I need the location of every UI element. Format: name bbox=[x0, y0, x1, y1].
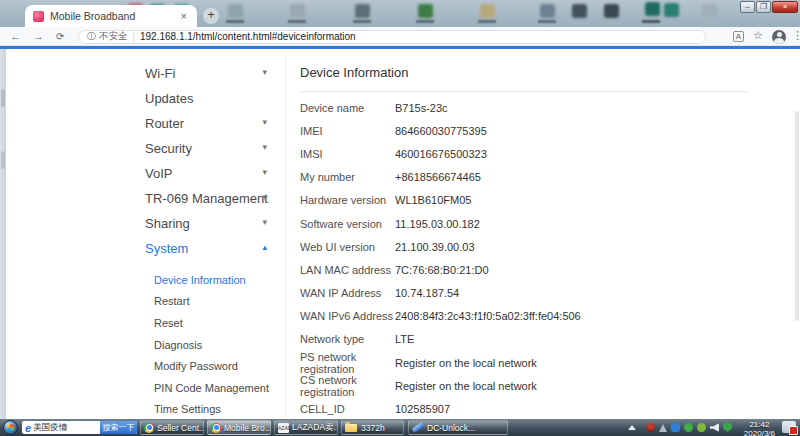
taskbar-item-dc-unlocker[interactable]: DC-Unlock... bbox=[408, 420, 508, 435]
new-tab-button[interactable]: + bbox=[203, 8, 219, 24]
search-band-text[interactable]: 美国疫情 bbox=[33, 422, 67, 434]
tray-volume-icon[interactable] bbox=[710, 423, 719, 432]
taskbar-item-label: DC-Unlock... bbox=[427, 423, 475, 433]
bookmark-star-icon[interactable]: ☆ bbox=[753, 29, 763, 42]
info-row: IMSI460016676500323 bbox=[300, 142, 748, 165]
taskbar-item-mobile-broadband[interactable]: Mobile Bro... bbox=[207, 420, 271, 435]
info-label: My number bbox=[300, 171, 395, 183]
info-value: B715s-23c bbox=[395, 102, 448, 114]
page-scrollbar[interactable] bbox=[795, 111, 799, 321]
chrome-icon bbox=[211, 423, 221, 433]
page-title: Device Information bbox=[300, 49, 748, 80]
submenu-item-reset[interactable]: Reset bbox=[145, 312, 285, 334]
clock-date: 2020/3/6 bbox=[744, 430, 775, 436]
sidebar-item-security[interactable]: Security ▾ bbox=[145, 136, 285, 161]
submenu-item-diagnosis[interactable]: Diagnosis bbox=[145, 334, 285, 356]
browser-menu-icon[interactable]: ⋮ bbox=[792, 29, 800, 42]
taskbar-clock[interactable]: 21:42 2020/3/6 bbox=[744, 421, 775, 436]
info-value: WL1B610FM05 bbox=[395, 194, 471, 206]
sidebar-item-label: TR-069 Management bbox=[145, 191, 268, 206]
reload-icon[interactable]: ⟳ bbox=[56, 29, 64, 44]
info-label: Network type bbox=[300, 333, 395, 345]
sidebar-item-wifi[interactable]: Wi-Fi ▾ bbox=[145, 61, 285, 86]
notification-icon[interactable] bbox=[782, 421, 796, 433]
taskbar-item-folder-3372h[interactable]: 3372h bbox=[341, 420, 404, 435]
sidebar-item-system[interactable]: System ▴ bbox=[145, 236, 285, 261]
info-value: 460016676500323 bbox=[395, 148, 487, 160]
info-row: WAN IP Address10.74.187.54 bbox=[300, 282, 748, 305]
sidebar-item-updates[interactable]: Updates bbox=[145, 86, 285, 111]
info-label: WAN IPv6 Address bbox=[300, 310, 395, 322]
tray-network-icon[interactable] bbox=[684, 423, 693, 432]
submenu-item-restart[interactable]: Restart bbox=[145, 291, 285, 313]
info-row: Web UI version21.100.39.00.03 bbox=[300, 235, 748, 258]
translate-icon[interactable]: A bbox=[733, 31, 744, 42]
taskbar-search-band[interactable]: e 美国疫情 搜索一下 bbox=[22, 421, 137, 434]
screen: – ❐ × Mobile Broadband × + ← → ⟳ ⓘ 不安全 |… bbox=[0, 0, 800, 436]
window-minimize-button[interactable]: – bbox=[740, 1, 755, 13]
info-label: Web UI version bbox=[300, 241, 395, 253]
chevron-up-icon: ▴ bbox=[262, 242, 267, 252]
show-hidden-icons-icon[interactable] bbox=[628, 425, 636, 430]
sidebar-item-label: Security bbox=[145, 141, 192, 156]
sidebar-item-sharing[interactable]: Sharing ▾ bbox=[145, 211, 285, 236]
sidebar-item-voip[interactable]: VoIP ▾ bbox=[145, 161, 285, 186]
omnibox-separator: | bbox=[133, 31, 135, 42]
browser-toolbar: ← → ⟳ ⓘ 不安全 | 192.168.1.1/html/content.h… bbox=[0, 27, 800, 46]
submenu-item-modify-password[interactable]: Modify Password bbox=[145, 355, 285, 377]
address-bar[interactable]: ⓘ 不安全 | 192.168.1.1/html/content.html#de… bbox=[78, 30, 706, 44]
taskbar-item-seller-center[interactable]: Seller Cent... bbox=[140, 420, 204, 435]
sidebar-item-label: Router bbox=[145, 116, 184, 131]
forward-icon[interactable]: → bbox=[33, 29, 44, 44]
submenu-item-device-information[interactable]: Device Information bbox=[145, 269, 285, 291]
sidebar-item-label: Wi-Fi bbox=[145, 66, 175, 81]
tray-signal-icon[interactable] bbox=[659, 424, 667, 432]
info-icon[interactable]: ⓘ bbox=[87, 30, 96, 43]
search-button[interactable]: 搜索一下 bbox=[100, 421, 137, 434]
url-text: 192.168.1.1/html/content.html#deviceinfo… bbox=[140, 31, 356, 42]
chevron-down-icon: ▾ bbox=[262, 217, 267, 227]
info-label: IMEI bbox=[300, 125, 395, 137]
info-label: LAN MAC address bbox=[300, 264, 395, 276]
sidebar-divider bbox=[285, 55, 286, 419]
chevron-down-icon: ▾ bbox=[262, 117, 267, 127]
tab-close-icon[interactable]: × bbox=[179, 10, 189, 22]
sidebar-item-router[interactable]: Router ▾ bbox=[145, 111, 285, 136]
info-value: 102585907 bbox=[395, 403, 450, 415]
tray-security-icon[interactable] bbox=[723, 423, 732, 432]
taskbar-item-label: Seller Cent... bbox=[157, 423, 204, 433]
ie-icon: e bbox=[25, 422, 31, 434]
site-favicon bbox=[33, 11, 44, 22]
desktop-icon-labels bbox=[0, 0, 18, 3]
taskbar-item-lazada[interactable]: AZAD LAZADA卖... bbox=[274, 420, 338, 435]
chrome-icon bbox=[144, 423, 154, 433]
window-maximize-button[interactable]: ❐ bbox=[756, 1, 771, 13]
back-icon[interactable]: ← bbox=[10, 29, 21, 44]
info-row: Hardware versionWL1B610FM05 bbox=[300, 189, 748, 212]
tray-media-icon[interactable] bbox=[646, 423, 655, 432]
system-submenu: Device Information Restart Reset Diagnos… bbox=[145, 269, 285, 419]
submenu-item-time-settings[interactable]: Time Settings bbox=[145, 399, 285, 419]
tray-bluetooth-icon[interactable] bbox=[671, 423, 680, 432]
info-row: CELL_ID102585907 bbox=[300, 397, 748, 419]
info-label: Software version bbox=[300, 218, 395, 230]
tray-messenger-icon[interactable] bbox=[697, 423, 706, 432]
sidebar-item-label: VoIP bbox=[145, 166, 172, 181]
title-divider bbox=[300, 91, 748, 92]
chevron-down-icon: ▾ bbox=[262, 67, 267, 77]
sidebar-nav: Wi-Fi ▾ Updates Router ▾ Security ▾ VoIP… bbox=[145, 61, 285, 419]
submenu-item-pin-code-management[interactable]: PIN Code Management bbox=[145, 377, 285, 399]
info-row: IMEI864660030775395 bbox=[300, 119, 748, 142]
info-row: Network typeLTE bbox=[300, 328, 748, 351]
info-rows: Device nameB715s-23c IMEI864660030775395… bbox=[300, 96, 748, 419]
profile-avatar-icon[interactable] bbox=[772, 30, 786, 44]
info-value: 2408:84f3:2c43:f1f0:5a02:3ff:fe04:506 bbox=[395, 310, 581, 322]
sidebar-item-tr069[interactable]: TR-069 Management ▾ bbox=[145, 186, 285, 211]
taskbar-item-label: LAZADA卖... bbox=[292, 422, 338, 434]
window-close-button[interactable]: × bbox=[772, 1, 798, 13]
info-label: Hardware version bbox=[300, 194, 395, 206]
browser-tab[interactable]: Mobile Broadband × bbox=[25, 5, 197, 27]
info-row: LAN MAC address7C:76:68:B0:21:D0 bbox=[300, 258, 748, 281]
lazada-icon: AZAD bbox=[278, 423, 289, 433]
start-button[interactable] bbox=[3, 420, 18, 435]
